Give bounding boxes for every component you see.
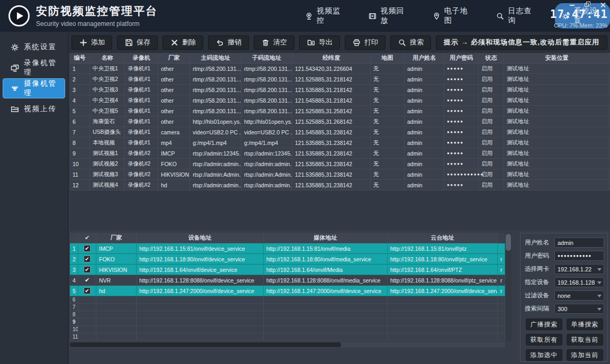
table-row[interactable]: 5中央卫视5录像机#1otherrtmp://58.200.131....rtm…: [70, 106, 610, 116]
table-row[interactable]: 7USB摄像头录像机#1cameravideo=USB2.0 PC ...vid…: [70, 127, 610, 138]
table-row[interactable]: 8本地视频录像机#1mp4g:/mp4/1.mp4g:/mp4/1.mp4121…: [70, 138, 610, 148]
toolbar-button-清空[interactable]: 清空: [254, 35, 294, 50]
checkbox[interactable]: ✔: [84, 287, 91, 294]
panel-button-广播搜索[interactable]: 广播搜索: [526, 319, 562, 330]
cell: 用户密码: [444, 53, 479, 63]
device-row[interactable]: 5✔hdhttp://192.168.1.247:2000/onvif/devi…: [70, 286, 505, 296]
device-table-vscrollbar[interactable]: [505, 233, 512, 341]
cell: ●●●●●: [444, 106, 479, 116]
app-subtitle: Security video management platform: [36, 20, 158, 28]
plus-icon: [79, 38, 87, 47]
cell: [388, 304, 498, 311]
toolbar-button-搜索[interactable]: 搜索: [390, 35, 431, 50]
minimize-button[interactable]: [569, 2, 576, 8]
clock: 17:47:41: [550, 8, 608, 21]
toolbar-button-label: 撤销: [228, 38, 241, 47]
check-icon[interactable]: ✔: [85, 277, 89, 284]
cell: 121.525885,31.268142: [292, 116, 371, 127]
sidebar-item-录像机管理[interactable]: 录像机管理: [3, 58, 65, 78]
panel-button-添加选中[interactable]: 添加选中: [526, 349, 562, 361]
toolbar-button-撤销[interactable]: 撤销: [208, 35, 249, 50]
ptz-address-cell: http://192.168.1.18:80/onvif/ptz_service: [388, 254, 498, 265]
table-row[interactable]: 12测试视频4录像机#2hdrtsp://admin:admin...rtsp:…: [70, 180, 610, 190]
input-用户密码[interactable]: ●●●●●●●●●●●: [554, 251, 604, 261]
cell: g:/mp4/1.mp4: [241, 138, 292, 148]
device-row-empty[interactable]: 10: [70, 326, 505, 333]
checkbox[interactable]: ✔: [84, 266, 91, 273]
nav-item-电子地图[interactable]: 电子地图: [427, 3, 478, 29]
cell: other: [158, 63, 190, 74]
input-用户姓名[interactable]: admin: [554, 238, 604, 248]
row-number-cell: 7: [70, 304, 78, 311]
device-row[interactable]: 2✔FOKOhttp://192.168.1.18:80/onvif/devic…: [70, 254, 505, 265]
cell: 4: [70, 95, 90, 106]
cell: 121.535885,31.238142: [292, 169, 371, 180]
toolbar-button-删除[interactable]: 删除: [163, 35, 203, 50]
cell: 录像机#2: [125, 180, 158, 190]
cell: other: [158, 85, 190, 95]
row-number-cell: 10: [70, 326, 78, 333]
device-table-hscrollbar[interactable]: [70, 342, 505, 348]
select-指定设备[interactable]: 192.168.1.128: [554, 277, 604, 287]
device-row-empty[interactable]: 11: [70, 333, 505, 341]
table-row[interactable]: 3中央卫视3录像机#1otherrtmp://58.200.131....rtm…: [70, 85, 610, 95]
toolbar-button-保存[interactable]: 保存: [117, 35, 158, 50]
toolbar-button-添加[interactable]: 添加: [71, 35, 112, 50]
table-row[interactable]: 4中央卫视4录像机#1otherrtmp://58.200.131....rtm…: [70, 95, 610, 106]
device-row[interactable]: 3✔HIKVISIONhttp://192.168.1.64/onvif/dev…: [70, 265, 505, 275]
trash-icon: [261, 38, 270, 47]
select-搜索间隔[interactable]: 300: [554, 304, 604, 314]
select-过滤设备[interactable]: none: [554, 290, 604, 301]
checkbox[interactable]: ✔: [84, 245, 91, 252]
table-row[interactable]: 2中央卫视2录像机#1otherrtmp://58.200.131....rtm…: [70, 74, 610, 85]
table-row[interactable]: 6海康萤石录像机#1otherhttp://hls01open.ys...htt…: [70, 116, 610, 127]
cell: http://hls01open.ys...: [190, 116, 241, 127]
table-row[interactable]: 9测试视频1录像机#2IMCPrtsp://admin:12345...rtsp…: [70, 148, 610, 159]
toolbar-button-导出[interactable]: 导出: [299, 35, 340, 50]
cell: 5: [70, 106, 90, 116]
device-row-empty[interactable]: 6: [70, 296, 505, 304]
cell: [137, 296, 264, 304]
cell: admin: [405, 85, 444, 95]
cell: 121.535885,31.238142: [292, 148, 371, 159]
close-button[interactable]: [599, 2, 607, 8]
device-row-empty[interactable]: 8: [70, 311, 505, 319]
vscrollbar-thumb[interactable]: [506, 234, 511, 251]
device-row-empty[interactable]: 9: [70, 319, 505, 326]
cell: 录像机#1: [125, 116, 158, 127]
cell: [70, 233, 78, 243]
cell: [78, 296, 96, 304]
toolbar-button-打印[interactable]: 打印: [345, 35, 385, 50]
sidebar-item-系统设置[interactable]: 系统设置: [3, 37, 65, 57]
hscrollbar-thumb[interactable]: [70, 342, 341, 347]
sidebar-item-视频上传[interactable]: 视频上传: [3, 99, 65, 119]
device-row[interactable]: 1✔IMCPhttp://192.168.1.15:81/onvif/devic…: [70, 243, 505, 254]
toolbar-button-label: 打印: [364, 38, 378, 47]
row-number-cell: 6: [70, 296, 78, 304]
table-row[interactable]: 1中央卫视1录像机#1otherrtmp://58.200.131....rtm…: [70, 63, 610, 74]
panel-button-单播搜索[interactable]: 单播搜索: [567, 319, 603, 330]
nav-item-视频回放[interactable]: 视频回放: [363, 3, 414, 29]
cell: rtsp://admin:Admin...: [241, 169, 292, 180]
cell: [137, 333, 264, 341]
panel-button-获取所有[interactable]: 获取所有: [526, 334, 562, 345]
select-选择网卡[interactable]: 192.168.1.22: [554, 264, 604, 274]
device-row-empty[interactable]: 7: [70, 304, 505, 311]
device-row[interactable]: 4✔NVRhttp://192.168.1.128:8088/onvif/dev…: [70, 275, 505, 286]
cell: USB摄像头: [90, 127, 125, 138]
sidebar-item-摄像机管理[interactable]: 摄像机管理: [3, 78, 65, 98]
play-icon: [17, 12, 23, 20]
upload-folder-icon: [11, 105, 19, 113]
table-row[interactable]: 10测试视频2录像机#2FOKOrtsp://admin:admin...rts…: [70, 159, 610, 169]
nav-item-日志查询[interactable]: 日志查询: [491, 3, 542, 29]
cell: hd: [158, 180, 190, 190]
checkbox[interactable]: ✔: [84, 256, 91, 262]
cell: [264, 311, 388, 319]
table-row[interactable]: 11测试视频3录像机#2HIKVISIONrtsp://admin:Admin.…: [70, 169, 610, 180]
restore-button[interactable]: [584, 2, 591, 8]
cell: 3: [70, 85, 90, 95]
panel-button-获取当前[interactable]: 获取当前: [567, 334, 603, 345]
panel-button-添加当前[interactable]: 添加当前: [567, 349, 603, 361]
device-address-cell: http://192.168.1.15:81/onvif/device_serv…: [137, 243, 264, 254]
nav-item-视频监控[interactable]: 视频监控: [300, 3, 351, 29]
